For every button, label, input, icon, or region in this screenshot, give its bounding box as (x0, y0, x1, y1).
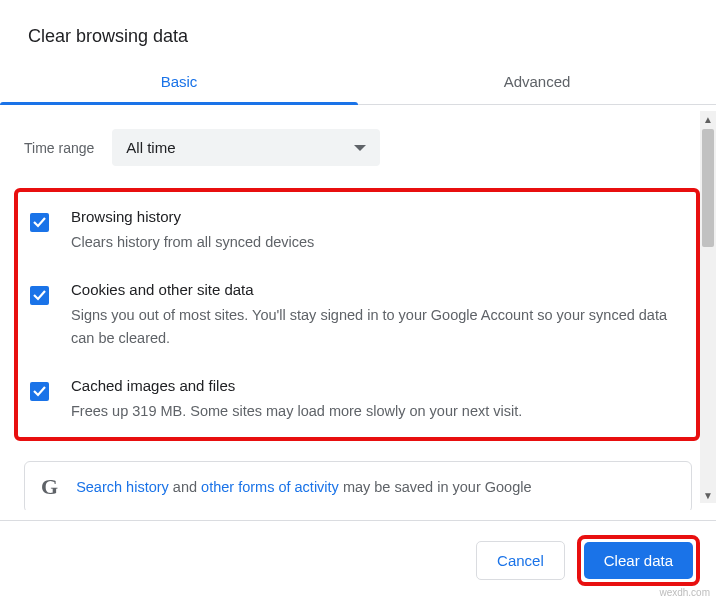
option-title: Browsing history (71, 208, 314, 225)
dialog-footer: Cancel Clear data (0, 520, 716, 600)
check-icon (32, 215, 47, 230)
check-icon (32, 384, 47, 399)
time-range-label: Time range (24, 140, 94, 156)
scroll-up-icon[interactable]: ▲ (700, 111, 716, 127)
tab-advanced[interactable]: Advanced (358, 65, 716, 104)
option-title: Cached images and files (71, 377, 522, 394)
cancel-button[interactable]: Cancel (476, 541, 565, 580)
scroll-down-icon[interactable]: ▼ (700, 487, 716, 503)
watermark: wexdh.com (659, 587, 710, 598)
checkbox-cookies[interactable] (30, 286, 49, 305)
google-info-row: G Search history and other forms of acti… (24, 461, 692, 510)
tab-advanced-label: Advanced (504, 73, 571, 90)
link-search-history[interactable]: Search history (76, 479, 169, 495)
highlighted-options: Browsing history Clears history from all… (14, 188, 700, 441)
clear-data-button[interactable]: Clear data (584, 542, 693, 579)
tab-basic-label: Basic (161, 73, 198, 90)
check-icon (32, 288, 47, 303)
option-cookies: Cookies and other site data Signs you ou… (24, 281, 682, 349)
option-cache: Cached images and files Frees up 319 MB.… (24, 377, 682, 422)
dialog-title: Clear browsing data (0, 0, 716, 65)
time-range-value: All time (126, 139, 175, 156)
scrollbar[interactable]: ▲ ▼ (700, 111, 716, 503)
link-other-activity[interactable]: other forms of activity (201, 479, 339, 495)
chevron-down-icon (354, 145, 366, 151)
option-desc: Frees up 319 MB. Some sites may load mor… (71, 400, 522, 422)
checkbox-cache[interactable] (30, 382, 49, 401)
scroll-thumb[interactable] (702, 129, 714, 247)
content-area: Time range All time Browsing history Cle… (0, 105, 716, 510)
clear-data-highlight: Clear data (577, 535, 700, 586)
option-desc: Signs you out of most sites. You'll stay… (71, 304, 682, 349)
time-range-select[interactable]: All time (112, 129, 380, 166)
clear-browsing-data-dialog: Clear browsing data Basic Advanced Time … (0, 0, 716, 600)
google-icon: G (41, 474, 58, 500)
time-range-row: Time range All time (24, 129, 692, 166)
checkbox-browsing-history[interactable] (30, 213, 49, 232)
tab-basic[interactable]: Basic (0, 65, 358, 104)
info-text: Search history and other forms of activi… (76, 479, 531, 495)
option-title: Cookies and other site data (71, 281, 682, 298)
tabs: Basic Advanced (0, 65, 716, 105)
option-desc: Clears history from all synced devices (71, 231, 314, 253)
option-browsing-history: Browsing history Clears history from all… (24, 208, 682, 253)
